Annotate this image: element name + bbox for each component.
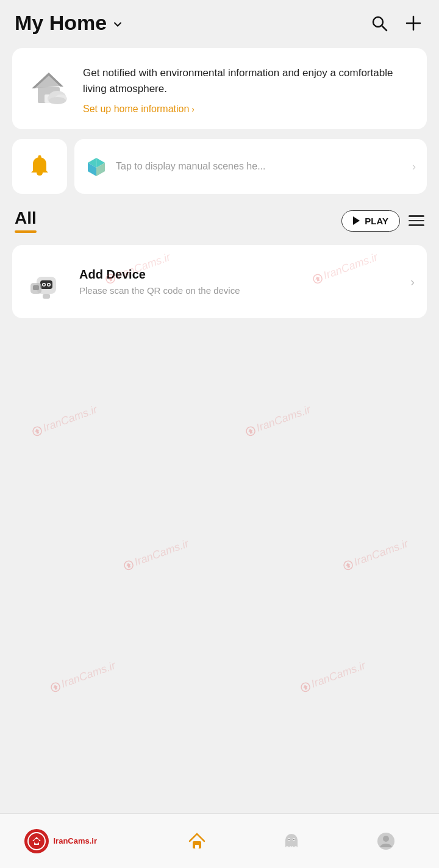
watermark-5: IranCams.ir [122,537,190,572]
all-label: All [15,208,37,228]
svg-point-32 [300,682,311,693]
scene-placeholder: Tap to display manual scenes he... [116,161,404,172]
env-card-description: Get notified with environmental informat… [83,65,412,96]
svg-rect-22 [43,294,50,299]
svg-point-30 [343,560,354,571]
notification-button[interactable] [12,139,67,194]
nav-smart-button[interactable] [255,820,328,863]
play-button[interactable]: PLAY [341,210,400,232]
svg-point-45 [383,836,389,842]
nav-profile-button[interactable] [349,820,423,863]
watermark-7: IranCams.ir [49,659,117,694]
irancams-text: IranCams.ir [54,836,98,845]
all-tab[interactable]: All [15,208,37,233]
svg-point-28 [245,426,256,437]
svg-point-20 [43,284,45,286]
hamburger-menu-button[interactable] [409,215,424,226]
quick-action-row: Tap to display manual scenes he... › [12,139,427,194]
scene-cube-icon [85,155,107,177]
svg-line-1 [382,26,387,30]
add-button[interactable] [402,12,424,34]
svg-point-42 [288,839,290,840]
irancams-logo-icon [23,828,50,855]
profile-nav-icon [376,831,396,851]
play-label: PLAY [365,216,388,226]
svg-point-11 [38,155,41,158]
add-device-card[interactable]: Add Device Please scan the QR code on th… [12,245,427,318]
nav-home-button[interactable] [160,820,234,863]
svg-point-27 [32,426,43,437]
setup-home-link[interactable]: Set up home information › [83,104,412,115]
link-chevron-icon: › [191,104,195,114]
device-image [24,260,68,304]
header-right [368,12,424,34]
add-device-chevron-icon: › [410,275,415,289]
env-card-text: Get notified with environmental informat… [83,65,412,115]
watermark-8: IranCams.ir [299,659,367,694]
svg-rect-37 [195,845,199,848]
device-toolbar: All PLAY [0,204,439,235]
scene-chevron-icon: › [412,160,416,173]
svg-point-10 [49,97,66,104]
watermark-3: IranCams.ir [30,403,99,438]
chevron-down-icon[interactable] [112,18,124,30]
page-title: My Home [15,11,107,35]
smart-nav-icon [282,831,301,851]
svg-point-31 [50,682,61,693]
bottom-navigation: IranCams.ir [0,813,439,868]
search-button[interactable] [368,12,390,34]
watermark-6: IranCams.ir [341,537,410,572]
play-icon [353,216,360,225]
scene-card[interactable]: Tap to display manual scenes he... › [74,139,427,194]
header-left: My Home [15,11,124,35]
header: My Home [0,0,439,43]
house-icon [27,65,71,109]
home-nav-icon [187,831,207,851]
svg-point-21 [48,284,50,286]
toolbar-right: PLAY [341,210,424,232]
svg-rect-24 [33,285,39,290]
all-underline [15,230,37,233]
watermark-4: IranCams.ir [244,403,312,438]
add-device-title: Add Device [79,268,399,282]
add-device-subtitle: Please scan the QR code on the device [79,285,399,296]
svg-point-35 [34,839,39,844]
add-device-info: Add Device Please scan the QR code on th… [79,268,399,296]
environment-card: Get notified with environmental informat… [12,48,427,129]
svg-point-43 [293,839,294,840]
svg-point-0 [373,17,383,27]
svg-point-29 [123,560,134,571]
nav-irancams-logo[interactable]: IranCams.ir [17,820,139,863]
